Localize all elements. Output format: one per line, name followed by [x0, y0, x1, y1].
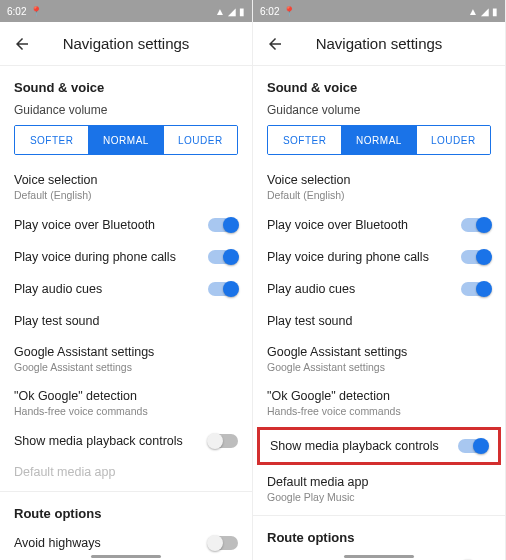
- label-test-sound: Play test sound: [14, 314, 99, 328]
- status-time: 6:02: [260, 6, 279, 17]
- label-bluetooth: Play voice over Bluetooth: [267, 218, 408, 232]
- label-bluetooth: Play voice over Bluetooth: [14, 218, 155, 232]
- label-phone-calls: Play voice during phone calls: [14, 250, 176, 264]
- assistant-title: Google Assistant settings: [14, 345, 154, 359]
- status-bar: 6:02 📍 ▲ ◢ ▮: [0, 0, 252, 22]
- row-voice-selection[interactable]: Voice selection Default (English): [0, 165, 252, 209]
- battery-icon: ▮: [492, 6, 498, 17]
- volume-segmented: SOFTER NORMAL LOUDER: [14, 125, 238, 155]
- voice-selection-title: Voice selection: [267, 173, 350, 187]
- app-bar: Navigation settings: [253, 22, 505, 66]
- volume-softer[interactable]: SOFTER: [268, 126, 342, 154]
- voice-selection-value: Default (English): [267, 189, 345, 201]
- ok-google-title: "Ok Google" detection: [267, 389, 390, 403]
- row-audio-cues[interactable]: Play audio cues: [253, 273, 505, 305]
- section-route-options: Route options: [0, 496, 252, 527]
- signal-icon: ◢: [481, 6, 489, 17]
- divider: [253, 515, 505, 516]
- label-show-media: Show media playback controls: [14, 434, 183, 448]
- label-test-sound: Play test sound: [267, 314, 352, 328]
- switch-audio-cues[interactable]: [208, 282, 238, 296]
- row-phone-calls[interactable]: Play voice during phone calls: [253, 241, 505, 273]
- app-bar: Navigation settings: [0, 22, 252, 66]
- label-audio-cues: Play audio cues: [14, 282, 102, 296]
- switch-phone-calls[interactable]: [461, 250, 491, 264]
- volume-segmented: SOFTER NORMAL LOUDER: [267, 125, 491, 155]
- label-show-media: Show media playback controls: [270, 439, 439, 453]
- default-media-title: Default media app: [267, 475, 368, 489]
- volume-louder[interactable]: LOUDER: [417, 126, 490, 154]
- switch-audio-cues[interactable]: [461, 282, 491, 296]
- section-route-options: Route options: [253, 520, 505, 551]
- default-media-sub: Google Play Music: [267, 491, 355, 503]
- voice-selection-title: Voice selection: [14, 173, 97, 187]
- location-icon: 📍: [283, 6, 295, 17]
- nav-bar: [253, 550, 505, 560]
- label-audio-cues: Play audio cues: [267, 282, 355, 296]
- highlight-show-media: Show media playback controls: [257, 427, 501, 465]
- switch-bluetooth[interactable]: [208, 218, 238, 232]
- switch-phone-calls[interactable]: [208, 250, 238, 264]
- ok-google-sub: Hands-free voice commands: [267, 405, 401, 417]
- row-test-sound[interactable]: Play test sound: [253, 305, 505, 337]
- row-test-sound[interactable]: Play test sound: [0, 305, 252, 337]
- switch-show-media[interactable]: [208, 434, 238, 448]
- switch-show-media[interactable]: [458, 439, 488, 453]
- row-default-media[interactable]: Default media app Google Play Music: [253, 467, 505, 511]
- wifi-icon: ▲: [468, 6, 478, 17]
- label-guidance-volume: Guidance volume: [0, 101, 252, 123]
- row-audio-cues[interactable]: Play audio cues: [0, 273, 252, 305]
- row-assistant[interactable]: Google Assistant settings Google Assista…: [253, 337, 505, 381]
- default-media-title: Default media app: [14, 465, 115, 479]
- row-voice-selection[interactable]: Voice selection Default (English): [253, 165, 505, 209]
- row-show-media[interactable]: Show media playback controls: [260, 430, 498, 462]
- label-avoid-highways: Avoid highways: [14, 536, 101, 550]
- location-icon: 📍: [30, 6, 42, 17]
- status-time: 6:02: [7, 6, 26, 17]
- divider: [0, 491, 252, 492]
- row-ok-google[interactable]: "Ok Google" detection Hands-free voice c…: [0, 381, 252, 425]
- page-title: Navigation settings: [12, 35, 240, 52]
- row-bluetooth[interactable]: Play voice over Bluetooth: [253, 209, 505, 241]
- phone-left: 6:02 📍 ▲ ◢ ▮ Navigation settings Sound &…: [0, 0, 253, 560]
- row-assistant[interactable]: Google Assistant settings Google Assista…: [0, 337, 252, 381]
- wifi-icon: ▲: [215, 6, 225, 17]
- switch-bluetooth[interactable]: [461, 218, 491, 232]
- nav-bar: [0, 550, 252, 560]
- content-left: Sound & voice Guidance volume SOFTER NOR…: [0, 66, 252, 560]
- voice-selection-value: Default (English): [14, 189, 92, 201]
- row-phone-calls[interactable]: Play voice during phone calls: [0, 241, 252, 273]
- label-phone-calls: Play voice during phone calls: [267, 250, 429, 264]
- content-right: Sound & voice Guidance volume SOFTER NOR…: [253, 66, 505, 560]
- ok-google-sub: Hands-free voice commands: [14, 405, 148, 417]
- battery-icon: ▮: [239, 6, 245, 17]
- status-bar: 6:02 📍 ▲ ◢ ▮: [253, 0, 505, 22]
- assistant-sub: Google Assistant settings: [267, 361, 385, 373]
- row-ok-google[interactable]: "Ok Google" detection Hands-free voice c…: [253, 381, 505, 425]
- volume-normal[interactable]: NORMAL: [89, 126, 163, 154]
- assistant-title: Google Assistant settings: [267, 345, 407, 359]
- volume-louder[interactable]: LOUDER: [164, 126, 237, 154]
- volume-softer[interactable]: SOFTER: [15, 126, 89, 154]
- section-sound-voice: Sound & voice: [253, 70, 505, 101]
- ok-google-title: "Ok Google" detection: [14, 389, 137, 403]
- label-guidance-volume: Guidance volume: [253, 101, 505, 123]
- page-title: Navigation settings: [265, 35, 493, 52]
- assistant-sub: Google Assistant settings: [14, 361, 132, 373]
- row-default-media: Default media app: [0, 457, 252, 487]
- phone-right: 6:02 📍 ▲ ◢ ▮ Navigation settings Sound &…: [253, 0, 506, 560]
- switch-avoid-highways[interactable]: [208, 536, 238, 550]
- volume-normal[interactable]: NORMAL: [342, 126, 416, 154]
- row-bluetooth[interactable]: Play voice over Bluetooth: [0, 209, 252, 241]
- signal-icon: ◢: [228, 6, 236, 17]
- row-show-media[interactable]: Show media playback controls: [0, 425, 252, 457]
- section-sound-voice: Sound & voice: [0, 70, 252, 101]
